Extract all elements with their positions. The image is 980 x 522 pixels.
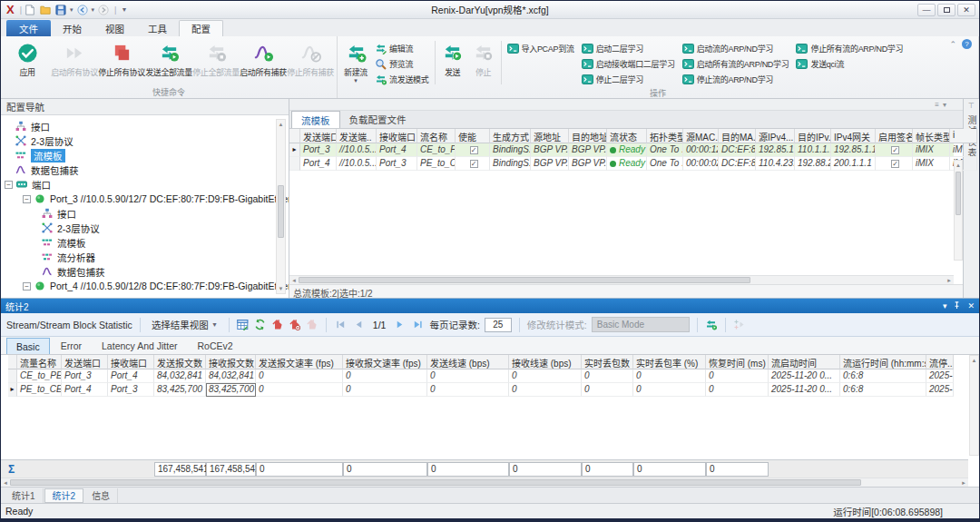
expander-icon[interactable]: −	[5, 181, 13, 189]
checkbox-icon[interactable]: ✓	[470, 160, 478, 168]
ribbon-button-apply[interactable]: 应用	[4, 38, 51, 78]
cell[interactable]: 192.85.1.2	[756, 143, 795, 157]
cell[interactable]: Port_3	[108, 383, 154, 397]
column-header[interactable]: 启用签名	[876, 129, 913, 143]
checkbox-icon[interactable]: ✓	[470, 146, 478, 154]
minimize-button[interactable]: —	[917, 4, 936, 16]
flow-tab-负载配置文件[interactable]: 负载配置文件	[340, 111, 416, 128]
menu-tab-工具[interactable]: 工具	[136, 20, 179, 36]
tree-item[interactable]: 2-3层协议	[1, 133, 289, 148]
cell[interactable]: ✓	[876, 143, 913, 157]
cell[interactable]: DC:EF:8...	[719, 143, 756, 157]
cell[interactable]: 0:6:8	[840, 369, 926, 383]
cell[interactable]: 110.1.1.1	[795, 143, 831, 157]
cell[interactable]: 0	[343, 383, 427, 397]
cell[interactable]: 0	[427, 383, 509, 397]
cell[interactable]: 0	[582, 369, 633, 383]
stream-send-mode-button[interactable]: 流发送模式	[371, 72, 433, 87]
column-header[interactable]: 流运行时间 (hh:mm:ss)	[840, 355, 926, 369]
cell[interactable]: 2025-	[926, 369, 954, 383]
tree-item[interactable]: 接口	[1, 206, 289, 221]
column-header[interactable]: 生成方式	[490, 129, 531, 143]
cell[interactable]: 0	[633, 369, 706, 383]
column-header[interactable]: 拓扑类型	[647, 129, 683, 143]
refresh-icon[interactable]	[254, 319, 267, 331]
pane-collapse-icon[interactable]: ▾	[943, 101, 946, 109]
drill-hand-badge-icon[interactable]	[289, 319, 301, 331]
column-header[interactable]: 发送端..	[337, 129, 377, 143]
scroll-right-icon[interactable]: ▸	[959, 479, 968, 487]
cell[interactable]: 0	[706, 369, 769, 383]
ribbon-button-streamgo[interactable]: 发送全部流量	[145, 38, 192, 78]
cell[interactable]: Port_4	[108, 369, 154, 383]
cell[interactable]: CE_to_PE	[17, 369, 62, 383]
tree-item[interactable]: 2-3层协议	[1, 221, 289, 235]
ribbon-button-wavego[interactable]: 启动所有捕获	[240, 38, 287, 78]
select-result-view-button[interactable]: 选择结果视图 ▼	[148, 316, 221, 333]
checkbox-icon[interactable]: ✓	[891, 160, 899, 168]
table-row[interactable]: ▸PE_to_CEPort_4Port_383,425,70083,425,70…	[8, 383, 968, 397]
drill-hand-icon[interactable]	[271, 319, 284, 331]
cell[interactable]: 0	[509, 383, 582, 397]
cell[interactable]: 0	[582, 383, 633, 397]
cell[interactable]: 0	[633, 383, 706, 397]
tree-item[interactable]: 流模板	[1, 148, 289, 163]
column-header[interactable]: 源地址	[531, 129, 569, 143]
ribbon-button-停止所有流的ARP/ND学习[interactable]: 停止所有流的ARP/ND学习	[792, 41, 906, 56]
cell[interactable]: Port_3	[62, 369, 108, 383]
cell[interactable]: 0	[427, 369, 509, 383]
ribbon-button-发送qci流[interactable]: 发送qci流	[792, 56, 906, 72]
cell[interactable]: iMIX	[913, 143, 950, 157]
cell[interactable]: One To ...	[647, 143, 683, 157]
table-row[interactable]: CE_to_PEPort_3Port_484,032,84184,032,841…	[8, 369, 968, 383]
tree-vscrollbar[interactable]: ▲▼	[276, 119, 286, 294]
collapse-ribbon-icon[interactable]: ⌃	[949, 40, 956, 49]
close-button[interactable]: ✕	[957, 4, 975, 16]
stats-tab-RoCEv2[interactable]: RoCEv2	[189, 338, 242, 354]
cell[interactable]: PE_to_CE	[17, 383, 62, 397]
column-header[interactable]: 源IPv4...	[756, 129, 795, 143]
menu-tab-配置[interactable]: 配置	[179, 20, 223, 36]
help-icon[interactable]: ?	[962, 39, 972, 49]
cell[interactable]: 2025-	[926, 383, 954, 397]
cell[interactable]: Port_3	[377, 157, 417, 171]
column-header[interactable]: 恢复时间 (ms)	[706, 355, 769, 369]
checkbox-icon[interactable]: ✓	[891, 146, 899, 154]
table-edit-icon[interactable]	[237, 319, 250, 331]
dock-tab-统计1[interactable]: 统计1	[5, 488, 44, 503]
ribbon-button-启动接收端口二层学习[interactable]: 启动接收端口二层学习	[578, 56, 679, 72]
maximize-button[interactable]	[937, 4, 956, 16]
back-dropdown-icon[interactable]: ▾	[92, 6, 95, 14]
pin-icon[interactable]	[953, 301, 961, 311]
cell[interactable]: 00:00:12...	[683, 143, 719, 157]
menu-tab-file[interactable]: 文件	[6, 20, 51, 36]
cell[interactable]: One To ...	[647, 157, 683, 171]
table-row[interactable]: Port_4//10.0.5...Port_3PE_to_CE✓BindingS…	[289, 157, 954, 171]
new-file-icon[interactable]	[24, 4, 36, 16]
per-page-input[interactable]: 25	[485, 318, 512, 332]
cell[interactable]: 00:00:02...	[683, 157, 719, 171]
column-header[interactable]: 流名称	[417, 129, 456, 143]
column-header[interactable]: 接收报文速率 (fps)	[343, 355, 427, 369]
column-header[interactable]: 使能	[456, 129, 490, 143]
cell[interactable]: Port_4	[300, 157, 337, 171]
nav-last-button[interactable]	[411, 319, 425, 331]
cell[interactable]: 0	[706, 383, 769, 397]
open-folder-icon[interactable]	[39, 4, 52, 16]
cell[interactable]: Port_4	[62, 383, 108, 397]
stats-hscrollbar[interactable]: ◂ ▸	[1, 478, 968, 487]
column-header[interactable]: i	[950, 129, 977, 143]
column-header[interactable]: 接收端口	[108, 355, 154, 369]
column-header[interactable]: 流启动时间	[769, 355, 840, 369]
tree-item[interactable]: 数据包捕获	[1, 163, 289, 177]
cell[interactable]: 0	[256, 383, 343, 397]
ribbon-button-启动流的ARP/ND学习[interactable]: 启动流的ARP/ND学习	[679, 41, 793, 56]
cell[interactable]: iM	[950, 143, 977, 157]
flow-tab-流模板[interactable]: 流模板	[291, 111, 340, 128]
scroll-right-icon[interactable]: ▸	[945, 277, 954, 284]
cell[interactable]: 110.4.23...	[756, 157, 795, 171]
cell[interactable]: 84,032,841	[154, 369, 206, 383]
cell[interactable]: 0:6:8	[840, 383, 926, 397]
table-row[interactable]: ▸Port_3//10.0.5...Port_4CE_to_PE✓Binding…	[289, 143, 954, 157]
tree-item[interactable]: −Port_4 //10.0.5.90/12/8 DC:EF:80:7F:D9:…	[1, 279, 289, 293]
